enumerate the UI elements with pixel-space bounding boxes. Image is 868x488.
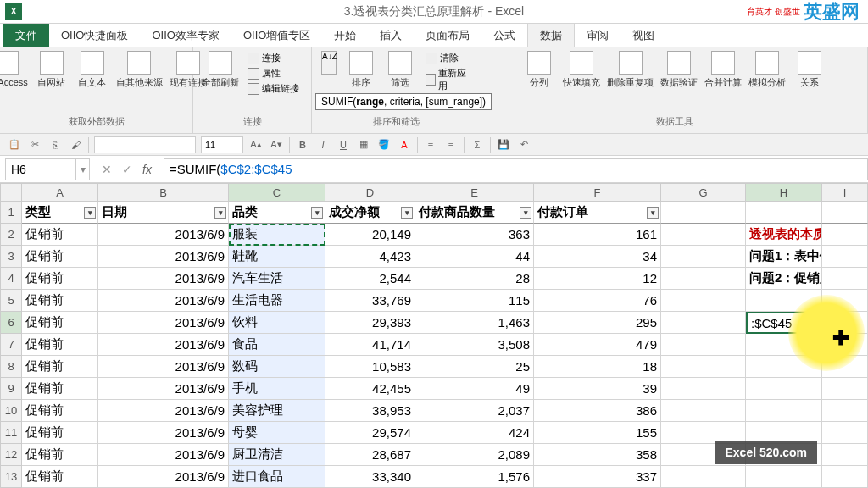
cell[interactable]: 2013/6/9: [98, 378, 229, 400]
col-header-F[interactable]: F: [534, 183, 661, 202]
btn-filter[interactable]: 筛选: [383, 51, 417, 89]
cell[interactable]: 3,508: [415, 334, 534, 356]
cell[interactable]: 2013/6/9: [98, 334, 229, 356]
cell[interactable]: 2013/6/9: [98, 246, 229, 268]
btn-consolidate[interactable]: 合并计算: [704, 51, 742, 89]
cell[interactable]: 29,393: [326, 312, 415, 334]
header-cell[interactable]: 日期▾: [98, 202, 229, 224]
cell[interactable]: 115: [415, 290, 534, 312]
undo-icon[interactable]: ↶: [516, 137, 531, 152]
increase-font-icon[interactable]: A▴: [248, 137, 264, 152]
cell[interactable]: 母婴: [229, 422, 326, 444]
cell[interactable]: 进口食品: [229, 466, 326, 488]
cell[interactable]: [661, 466, 746, 488]
btn-other-sources[interactable]: 自其他来源: [116, 51, 163, 89]
row-header[interactable]: 4: [0, 268, 22, 290]
cell[interactable]: 1,463: [415, 312, 534, 334]
cell[interactable]: [822, 422, 868, 444]
bold-icon[interactable]: B: [295, 137, 310, 152]
row-header[interactable]: 13: [0, 466, 22, 488]
cell[interactable]: 386: [534, 400, 661, 422]
cell[interactable]: 问题1：表中饮料销: [746, 246, 822, 268]
header-cell[interactable]: 成交净额▾: [326, 202, 415, 224]
cell[interactable]: :$C$45: [746, 312, 822, 334]
cell[interactable]: [661, 400, 746, 422]
formula-input[interactable]: =SUMIF($C$2:$C$45: [164, 158, 868, 180]
enter-icon[interactable]: ✓: [122, 163, 132, 176]
cell[interactable]: 49: [415, 378, 534, 400]
cell[interactable]: [822, 290, 868, 312]
cell[interactable]: 18: [534, 356, 661, 378]
filter-dropdown-icon[interactable]: ▾: [647, 207, 659, 219]
font-combo[interactable]: [94, 136, 196, 153]
col-header-B[interactable]: B: [98, 183, 229, 202]
cell[interactable]: 促销前: [22, 466, 98, 488]
cell[interactable]: 295: [534, 312, 661, 334]
cell[interactable]: 44: [415, 246, 534, 268]
name-box[interactable]: H6: [5, 158, 76, 180]
cell[interactable]: 2013/6/9: [98, 400, 229, 422]
cell[interactable]: 促销前: [22, 268, 98, 290]
cell[interactable]: 28,687: [326, 444, 415, 466]
btn-whatif[interactable]: 模拟分析: [748, 51, 786, 89]
cell[interactable]: [661, 290, 746, 312]
cell[interactable]: [822, 466, 868, 488]
font-size-combo[interactable]: 11: [201, 136, 243, 153]
cell[interactable]: 2,089: [415, 444, 534, 466]
decrease-font-icon[interactable]: A▾: [269, 137, 284, 152]
name-box-dropdown[interactable]: ▾: [76, 158, 90, 180]
cell[interactable]: 76: [534, 290, 661, 312]
cell[interactable]: 鞋靴: [229, 246, 326, 268]
cell[interactable]: 424: [415, 422, 534, 444]
cell[interactable]: [746, 378, 822, 400]
select-all[interactable]: [0, 183, 22, 202]
tab-home[interactable]: 开始: [322, 24, 368, 47]
btn-sort[interactable]: 排序: [344, 51, 378, 89]
btn-text-to-columns[interactable]: 分列: [522, 51, 556, 89]
row-header[interactable]: 2: [0, 224, 22, 246]
row-header[interactable]: 9: [0, 378, 22, 400]
cell[interactable]: 42,455: [326, 378, 415, 400]
cell[interactable]: 2013/6/9: [98, 290, 229, 312]
fill-color-icon[interactable]: 🪣: [376, 137, 392, 152]
header-cell[interactable]: 品类▾: [229, 202, 326, 224]
cell[interactable]: 41,714: [326, 334, 415, 356]
cell[interactable]: [746, 356, 822, 378]
cell[interactable]: 161: [534, 224, 661, 246]
cell[interactable]: 厨卫清洁: [229, 444, 326, 466]
cell[interactable]: 促销前: [22, 224, 98, 246]
tab-review[interactable]: 审阅: [575, 24, 620, 47]
cell[interactable]: [822, 356, 868, 378]
cell[interactable]: 美容护理: [229, 400, 326, 422]
cell[interactable]: 促销前: [22, 246, 98, 268]
cell[interactable]: [661, 312, 746, 334]
cell[interactable]: 问题2：促销后服装: [746, 268, 822, 290]
cell[interactable]: 33,340: [326, 466, 415, 488]
row-header[interactable]: 12: [0, 444, 22, 466]
cell[interactable]: 39: [534, 378, 661, 400]
btn-relations[interactable]: 关系: [793, 51, 826, 89]
cell[interactable]: [746, 400, 822, 422]
cell[interactable]: 1,576: [415, 466, 534, 488]
cell[interactable]: 促销前: [22, 400, 98, 422]
btn-properties[interactable]: 属性: [244, 66, 303, 80]
cell[interactable]: [661, 246, 746, 268]
btn-refresh-all[interactable]: 全部刷新: [202, 51, 239, 89]
cell[interactable]: 2,037: [415, 400, 534, 422]
row-header[interactable]: 3: [0, 246, 22, 268]
btn-from-web[interactable]: 自网站: [35, 51, 69, 89]
row-header[interactable]: 8: [0, 356, 22, 378]
col-header-G[interactable]: G: [661, 183, 746, 202]
italic-icon[interactable]: I: [315, 137, 331, 152]
align-left-icon[interactable]: ≡: [423, 137, 438, 152]
align-center-icon[interactable]: ≡: [443, 137, 459, 152]
cell[interactable]: [822, 246, 868, 268]
btn-edit-links[interactable]: 编辑链接: [244, 81, 303, 96]
tab-formula[interactable]: 公式: [481, 24, 527, 47]
header-cell[interactable]: 类型▾: [22, 202, 98, 224]
cell[interactable]: 透视表的本质就是分: [746, 224, 822, 246]
filter-dropdown-icon[interactable]: ▾: [401, 207, 413, 219]
btn-flash-fill[interactable]: 快速填充: [563, 51, 600, 89]
autosum-icon[interactable]: Σ: [470, 137, 485, 152]
font-color-icon[interactable]: A: [397, 137, 412, 152]
